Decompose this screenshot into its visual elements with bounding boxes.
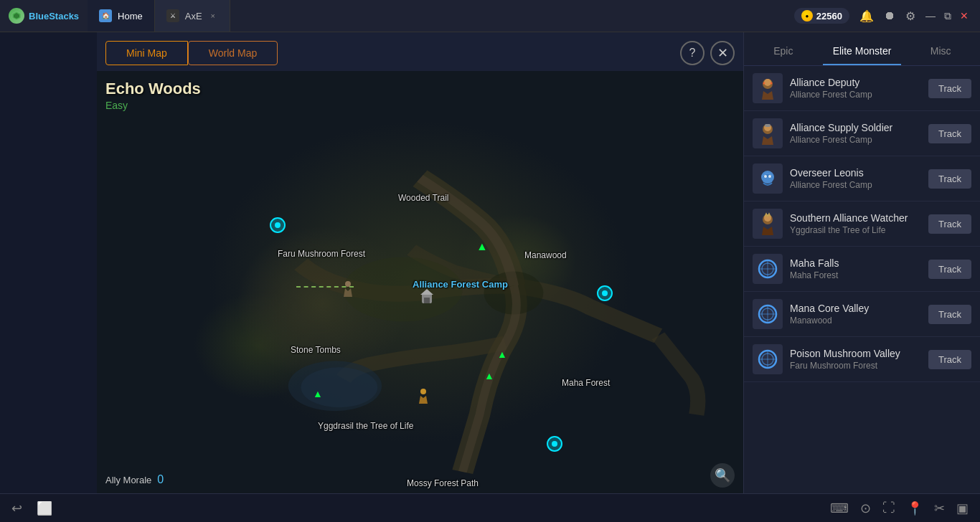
monster-name-1: Alliance Supply Soldier: [790, 122, 921, 133]
home-tab[interactable]: 🏠 Home: [88, 0, 155, 32]
svg-rect-8: [424, 298, 430, 303]
list-item: Poison Mushroom Valley Faru Mushroom For…: [744, 337, 980, 382]
list-item: Mana Core Valley Manawood Track: [744, 292, 980, 337]
list-item: Overseer Leonis Alliance Forest Camp Tra…: [744, 156, 980, 201]
map-title-area: Echo Woods Easy: [105, 80, 201, 111]
tab-elite-monster[interactable]: Elite Monster: [823, 38, 902, 65]
svg-point-10: [420, 389, 426, 394]
list-item: Alliance Deputy Alliance Forest Camp Tra…: [744, 66, 980, 111]
camp-icon: [416, 288, 438, 310]
monster-icon-6: [753, 344, 783, 374]
bottom-icons-right: ⌨ ⊙ ⛶ 📍 ✂ ▣: [830, 500, 969, 516]
tab-misc[interactable]: Misc: [901, 38, 980, 65]
coin-icon: ●: [801, 10, 813, 22]
monster-info-4: Maha Falls Maha Forest: [790, 257, 921, 280]
monster-info-6: Poison Mushroom Valley Faru Mushroom For…: [790, 348, 921, 371]
keyboard-icon[interactable]: ⌨: [830, 500, 849, 516]
monster-list: Alliance Deputy Alliance Forest Camp Tra…: [744, 66, 980, 493]
track-btn-6[interactable]: Track: [928, 350, 971, 369]
mini-map-tab[interactable]: Mini Map: [105, 41, 188, 65]
npc-yellow: [417, 388, 430, 407]
monster-icon-2: [753, 163, 783, 194]
svg-rect-17: [765, 124, 771, 127]
restore-btn[interactable]: ⧉: [944, 10, 951, 22]
track-btn-3[interactable]: Track: [928, 214, 971, 234]
home-icon: 🏠: [99, 9, 112, 22]
map-paths-svg: [97, 71, 743, 493]
map-area: Echo Woods Easy Wooded Trail Faru Mushro…: [97, 71, 743, 493]
game-tab[interactable]: ⚔ AxE ×: [155, 0, 230, 32]
monster-location-3: Yggdrasil the Tree of Life: [790, 225, 921, 235]
monster-name-3: Southern Alliance Watcher: [790, 212, 921, 224]
location-icon[interactable]: 📍: [907, 500, 923, 516]
monster-icon-1: [753, 118, 783, 148]
track-btn-0[interactable]: Track: [928, 79, 971, 98]
game-icon: ⚔: [166, 9, 179, 22]
monster-info-2: Overseer Leonis Alliance Forest Camp: [790, 167, 921, 190]
svg-marker-7: [420, 289, 433, 295]
right-panel: Epic Elite Monster Misc Alliance Deput: [743, 32, 980, 493]
left-sidebar: [0, 32, 97, 493]
help-button[interactable]: ?: [680, 41, 705, 65]
camera-icon[interactable]: ⊙: [860, 500, 871, 516]
track-btn-2[interactable]: Track: [928, 169, 971, 189]
notification-icon[interactable]: 🔔: [859, 9, 874, 23]
tab-epic[interactable]: Epic: [744, 38, 823, 65]
tab-close-icon[interactable]: ×: [208, 11, 218, 21]
list-item: Maha Falls Maha Forest Track: [744, 247, 980, 292]
monster-name-6: Poison Mushroom Valley: [790, 348, 921, 359]
search-button[interactable]: 🔍: [710, 463, 735, 488]
world-map-tab[interactable]: World Map: [188, 41, 278, 65]
title-bar-left: BlueStacks 🏠 Home ⚔ AxE ×: [0, 0, 230, 32]
window-controls: — ⧉ ✕: [925, 10, 969, 22]
monster-location-4: Maha Forest: [790, 270, 921, 280]
close-btn[interactable]: ✕: [960, 10, 969, 22]
monster-name-2: Overseer Leonis: [790, 167, 921, 179]
bluestacks-text: BlueStacks: [29, 11, 79, 22]
ally-morale-label: Ally Morale: [105, 475, 151, 485]
monster-name-4: Maha Falls: [790, 257, 921, 269]
bluestacks-logo: BlueStacks: [0, 0, 88, 32]
map-bottom: Ally Morale 0: [105, 473, 164, 486]
npc-marker-3: ▲: [484, 369, 494, 382]
square-icon[interactable]: ▣: [956, 500, 969, 516]
title-bar: BlueStacks 🏠 Home ⚔ AxE × ● 22560 🔔 ⏺ ⚙ …: [0, 0, 980, 32]
track-btn-4[interactable]: Track: [928, 260, 971, 279]
expand-icon[interactable]: ⛶: [882, 500, 895, 516]
map-close-button[interactable]: ✕: [710, 41, 735, 65]
svg-point-12: [764, 79, 771, 86]
home-bottom-icon[interactable]: ⬜: [37, 500, 52, 516]
monster-location-0: Alliance Forest Camp: [790, 90, 921, 100]
monster-name-5: Mana Core Valley: [790, 303, 921, 314]
monster-location-6: Faru Mushroom Forest: [790, 361, 921, 371]
back-icon[interactable]: ↩: [11, 500, 22, 516]
track-btn-1[interactable]: Track: [928, 124, 971, 143]
ally-morale-value: 0: [157, 473, 164, 486]
map-panel: Mini Map World Map ? ✕: [97, 32, 743, 493]
svg-point-20: [768, 175, 771, 178]
bottom-bar: ↩ ⬜ ⌨ ⊙ ⛶ 📍 ✂ ▣: [0, 493, 980, 522]
settings-icon[interactable]: ⚙: [905, 9, 915, 23]
path-indicator: [296, 286, 354, 295]
svg-point-14: [771, 82, 773, 85]
coins-value: 22560: [816, 11, 842, 22]
cut-icon[interactable]: ✂: [934, 500, 945, 516]
map-difficulty: Easy: [105, 100, 201, 111]
npc-marker-4: ▲: [313, 387, 323, 400]
coins-display: ● 22560: [794, 8, 849, 24]
bottom-icons-left: ↩ ⬜: [11, 500, 52, 516]
map-tabs: Mini Map World Map ? ✕: [97, 32, 743, 71]
track-btn-5[interactable]: Track: [928, 305, 971, 324]
monster-icon-4: [753, 254, 783, 284]
title-bar-right: ● 22560 🔔 ⏺ ⚙ — ⧉ ✕: [783, 8, 980, 24]
main-content: Mini Map World Map ? ✕: [0, 32, 980, 493]
list-item: Southern Alliance Watcher Yggdrasil the …: [744, 201, 980, 247]
monster-location-1: Alliance Forest Camp: [790, 135, 921, 145]
record-icon[interactable]: ⏺: [884, 9, 895, 22]
monster-info-3: Southern Alliance Watcher Yggdrasil the …: [790, 212, 921, 235]
minimize-btn[interactable]: —: [925, 10, 936, 22]
svg-point-19: [764, 175, 767, 178]
npc-marker-1: ▲: [476, 240, 488, 253]
monster-icon-0: [753, 73, 783, 103]
monster-icon-3: [753, 209, 783, 239]
